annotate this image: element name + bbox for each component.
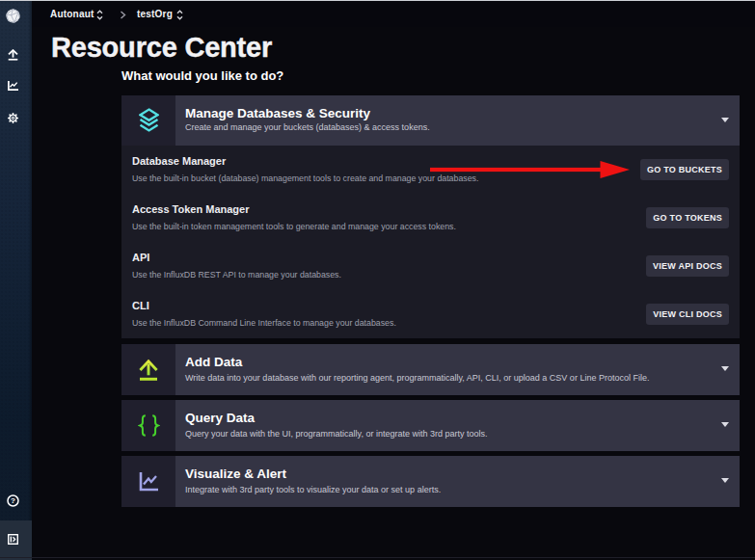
svg-text:?: ?: [11, 496, 15, 505]
